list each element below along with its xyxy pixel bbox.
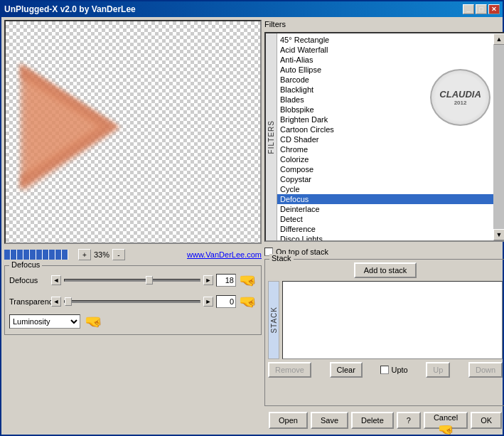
transparency-cursor-icon: 🤜 xyxy=(239,293,257,310)
zoom-percent: 33% xyxy=(94,250,109,259)
blend-row: LuminosityNormalMultiplyScreenOverlay 🤜 xyxy=(9,313,257,330)
filters-sidebar-text: FILTERS xyxy=(267,120,275,154)
right-panel: Filters FILTERS 45° RectangleAcid Waterf… xyxy=(264,20,504,432)
main-content: + 33% - www.VanDerLee.com Defocus Defocu… xyxy=(1,17,503,435)
filters-section: FILTERS 45° RectangleAcid WaterfallAnti-… xyxy=(264,32,504,242)
zoom-in-button[interactable]: + xyxy=(78,249,91,260)
upto-checkbox[interactable] xyxy=(380,366,389,374)
zoom-segment xyxy=(4,250,11,260)
claudia-logo: CLAUDIA 2012 xyxy=(430,69,490,126)
transparency-slider-track[interactable] xyxy=(64,300,200,303)
defocus-value[interactable]: 18 xyxy=(216,274,236,287)
filter-item[interactable]: Chrome xyxy=(277,144,493,154)
defocus-group-label: Defocus xyxy=(9,260,42,269)
scroll-track[interactable] xyxy=(493,45,504,229)
cancel-button[interactable]: Cancel🤜 xyxy=(424,412,468,429)
zoom-segment xyxy=(23,250,30,260)
stack-section: Stack Add to stack STACK Remove Clear Up… xyxy=(264,259,504,406)
filter-item[interactable]: Deinterlace xyxy=(277,204,493,214)
scroll-down-button[interactable]: ▼ xyxy=(493,229,504,240)
ontop-row: On top of stack xyxy=(264,248,504,256)
filter-item[interactable]: 45° Rectangle xyxy=(277,35,493,45)
filter-item[interactable]: Anti-Alias xyxy=(277,55,493,65)
upto-label: Upto xyxy=(391,366,407,374)
filters-scrollbar: ▲ ▼ xyxy=(493,33,504,240)
stack-body: STACK xyxy=(268,281,503,359)
delete-button[interactable]: Delete xyxy=(351,412,394,429)
stack-top-row: Add to stack xyxy=(268,262,503,278)
zoom-segment xyxy=(62,250,68,260)
canvas-area xyxy=(4,20,262,244)
defocus-slider-row: Defocus ◄ ► 18 🤜 xyxy=(9,272,257,289)
minimize-button[interactable]: _ xyxy=(463,4,474,14)
filter-item[interactable]: Detect xyxy=(277,214,493,224)
add-to-stack-button[interactable]: Add to stack xyxy=(354,262,417,278)
zoom-out-button[interactable]: - xyxy=(112,249,125,260)
up-button[interactable]: Up xyxy=(426,362,450,378)
filter-item[interactable]: Difference xyxy=(277,224,493,234)
claudia-sub: 2012 xyxy=(454,100,467,106)
transparency-value[interactable]: 0 xyxy=(216,295,236,308)
transparency-decrease-button[interactable]: ◄ xyxy=(51,297,61,307)
stack-sidebar: STACK xyxy=(268,281,279,359)
zoom-bar: + 33% - www.VanDerLee.com xyxy=(4,247,262,262)
zoom-segment xyxy=(30,250,36,260)
filters-label: Filters xyxy=(264,20,504,28)
filter-item[interactable]: Compose xyxy=(277,164,493,174)
defocus-decrease-button[interactable]: ◄ xyxy=(51,275,61,285)
defocus-slider-label: Defocus xyxy=(9,276,48,285)
zoom-segment xyxy=(36,250,43,260)
filter-item[interactable]: Colorize xyxy=(277,154,493,164)
upto-row: Upto xyxy=(380,366,407,374)
defocus-slider-thumb[interactable] xyxy=(146,276,153,285)
title-bar-buttons: _ □ ✕ xyxy=(463,4,500,14)
filters-sidebar: FILTERS xyxy=(266,33,277,240)
zoom-segment xyxy=(49,250,55,260)
help-button[interactable]: ? xyxy=(397,412,421,429)
maximize-button[interactable]: □ xyxy=(476,4,487,14)
filter-item[interactable]: CD Shader xyxy=(277,134,493,144)
claudia-text: CLAUDIA xyxy=(439,89,481,100)
cancel-cursor: 🤜 xyxy=(438,422,454,436)
transparency-label: Transparency xyxy=(9,297,48,306)
ok-button[interactable]: OK xyxy=(471,412,502,429)
filter-item[interactable]: Copystar xyxy=(277,174,493,184)
title-bar: UnPlugged-X v2.0 by VanDerLee _ □ ✕ xyxy=(1,1,503,17)
defocus-slider-track[interactable] xyxy=(64,279,200,282)
vanderlee-link[interactable]: www.VanDerLee.com xyxy=(187,250,262,259)
zoom-track xyxy=(4,250,75,260)
clear-button[interactable]: Clear xyxy=(330,362,363,378)
filters-list[interactable]: 45° RectangleAcid WaterfallAnti-AliasAut… xyxy=(277,33,493,240)
zoom-segment xyxy=(55,250,62,260)
stack-section-label: Stack xyxy=(269,254,294,262)
zoom-segment xyxy=(17,250,23,260)
transparency-slider-thumb[interactable] xyxy=(65,297,72,306)
down-button[interactable]: Down xyxy=(468,362,503,378)
canvas-svg xyxy=(6,21,260,243)
filter-item[interactable]: Defocus xyxy=(277,194,493,204)
zoom-segment xyxy=(11,250,17,260)
defocus-increase-button[interactable]: ► xyxy=(203,275,213,285)
bottom-bar: Open Save Delete ? Cancel🤜 OK xyxy=(264,409,504,432)
defocus-group: Defocus Defocus ◄ ► 18 🤜 Transparency ◄ xyxy=(4,265,262,335)
remove-button[interactable]: Remove xyxy=(268,362,311,378)
window-title: UnPlugged-X v2.0 by VanDerLee xyxy=(4,4,136,14)
zoom-segment xyxy=(43,250,49,260)
blend-cursor-icon: 🤜 xyxy=(85,313,102,330)
stack-btn-row: Remove Clear Upto Up Down xyxy=(268,362,503,378)
filter-item[interactable]: Disco Lights xyxy=(277,234,493,240)
open-button[interactable]: Open xyxy=(269,412,308,429)
scroll-up-button[interactable]: ▲ xyxy=(493,33,504,45)
stack-list[interactable] xyxy=(282,281,503,359)
defocus-cursor-icon: 🤜 xyxy=(239,272,257,289)
stack-sidebar-text: STACK xyxy=(270,307,278,334)
left-panel: + 33% - www.VanDerLee.com Defocus Defocu… xyxy=(4,20,262,432)
save-button[interactable]: Save xyxy=(311,412,348,429)
close-button[interactable]: ✕ xyxy=(488,4,500,14)
filter-item[interactable]: Acid Waterfall xyxy=(277,45,493,55)
filter-item[interactable]: Cartoon Circles xyxy=(277,124,493,134)
transparency-increase-button[interactable]: ► xyxy=(203,297,213,307)
filter-item[interactable]: Cycle xyxy=(277,184,493,194)
transparency-row: Transparency ◄ ► 0 🤜 xyxy=(9,293,257,310)
blend-mode-select[interactable]: LuminosityNormalMultiplyScreenOverlay xyxy=(9,314,80,329)
